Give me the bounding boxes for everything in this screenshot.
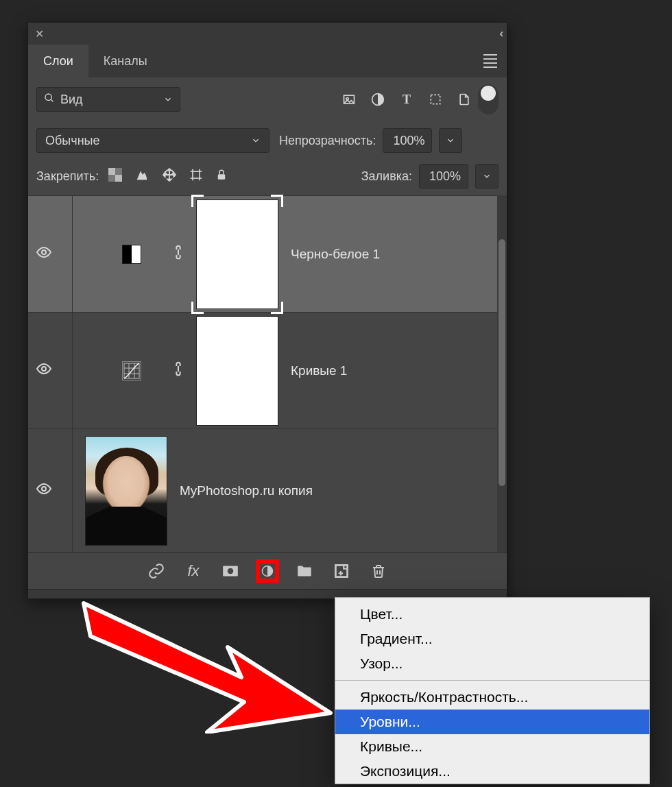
- menu-separator: [335, 680, 649, 681]
- opacity-value[interactable]: 100%: [383, 128, 432, 153]
- new-layer-icon[interactable]: [333, 562, 350, 580]
- scrollbar[interactable]: [497, 195, 507, 552]
- filter-label: Вид: [60, 93, 83, 107]
- layer-mask[interactable]: [196, 316, 278, 426]
- lock-label: Закрепить:: [36, 169, 99, 184]
- tab-channels[interactable]: Каналы: [88, 45, 163, 77]
- lock-transparency-icon[interactable]: [108, 168, 122, 185]
- chevron-down-icon: [163, 95, 173, 104]
- mask-link-icon[interactable]: [173, 244, 184, 264]
- svg-point-19: [42, 250, 46, 254]
- adjustment-context-menu: Цвет... Градиент... Узор... Яркость/Конт…: [335, 597, 650, 784]
- visibility-icon[interactable]: [36, 361, 52, 380]
- layers-toolbar: fx: [28, 552, 507, 589]
- menu-item[interactable]: Цвет...: [335, 602, 649, 627]
- svg-rect-7: [108, 168, 115, 175]
- menu-item[interactable]: Яркость/Контрастность...: [335, 685, 649, 710]
- menu-item[interactable]: Градиент...: [335, 627, 649, 651]
- layer-mask[interactable]: [196, 199, 278, 309]
- menu-item[interactable]: Узор...: [335, 651, 649, 676]
- chevron-down-icon: [251, 136, 261, 145]
- svg-rect-9: [193, 171, 200, 178]
- filter-row: Вид T: [28, 77, 507, 121]
- search-icon: [44, 93, 55, 106]
- link-layers-icon[interactable]: [147, 562, 165, 580]
- menu-item-highlighted[interactable]: Уровни...: [335, 710, 649, 734]
- filter-pixel-icon[interactable]: [342, 93, 356, 106]
- visibility-icon[interactable]: [36, 244, 52, 264]
- delete-layer-icon[interactable]: [370, 562, 387, 580]
- svg-marker-34: [84, 603, 331, 732]
- adjustment-thumb-icon: [122, 361, 141, 380]
- filter-type-icon[interactable]: T: [400, 93, 413, 106]
- blend-row: Обычные Непрозрачность: 100%: [28, 121, 507, 160]
- filter-shape-icon[interactable]: [429, 93, 442, 106]
- svg-rect-18: [218, 174, 226, 180]
- layers-list: Черно-белое 1 Кривые 1: [28, 195, 507, 552]
- svg-point-20: [42, 367, 46, 371]
- layer-kind-filter[interactable]: Вид: [36, 87, 180, 112]
- menu-item[interactable]: Экспозиция...: [335, 759, 649, 784]
- opacity-chevron[interactable]: [439, 128, 462, 153]
- blend-mode-select[interactable]: Обычные: [36, 128, 269, 153]
- scrollbar-thumb[interactable]: [499, 239, 505, 486]
- fill-chevron[interactable]: [475, 164, 499, 189]
- panel-menu-icon[interactable]: [483, 54, 497, 68]
- add-mask-icon[interactable]: [221, 562, 239, 580]
- menu-item[interactable]: Кривые...: [335, 734, 649, 759]
- opacity-label: Непрозрачность:: [279, 134, 376, 148]
- svg-point-28: [228, 568, 234, 574]
- layer-thumbnail[interactable]: [85, 436, 167, 546]
- blend-mode-label: Обычные: [45, 134, 100, 148]
- filter-toggle[interactable]: [478, 84, 499, 114]
- annotation-arrow: [77, 596, 337, 734]
- svg-rect-8: [115, 175, 122, 182]
- filter-adjustment-icon[interactable]: [371, 93, 385, 106]
- filter-smartobject-icon[interactable]: [457, 93, 471, 106]
- visibility-icon[interactable]: [36, 481, 52, 500]
- new-adjustment-layer-icon[interactable]: [259, 562, 276, 580]
- layer-row[interactable]: MyPhotoshop.ru копия: [28, 428, 507, 552]
- fill-value[interactable]: 100%: [419, 164, 468, 189]
- lock-image-icon[interactable]: [134, 167, 149, 186]
- layer-name[interactable]: Черно-белое 1: [291, 247, 380, 262]
- lock-all-icon[interactable]: [215, 169, 228, 184]
- svg-rect-5: [431, 95, 440, 104]
- svg-line-1: [51, 99, 53, 101]
- layer-name[interactable]: MyPhotoshop.ru копия: [180, 483, 313, 498]
- panel-tabs: Слои Каналы: [28, 45, 507, 77]
- layer-row[interactable]: Кривые 1: [28, 312, 507, 428]
- lock-position-icon[interactable]: [162, 167, 177, 186]
- mask-link-icon[interactable]: [173, 361, 184, 380]
- adjustment-thumb-icon: [122, 245, 141, 264]
- layer-name[interactable]: Кривые 1: [291, 363, 347, 378]
- tab-layers[interactable]: Слои: [28, 45, 88, 77]
- svg-point-0: [45, 94, 51, 100]
- fill-label: Заливка:: [361, 169, 412, 184]
- close-icon[interactable]: ✕: [35, 27, 44, 40]
- layer-row[interactable]: Черно-белое 1: [28, 195, 507, 312]
- panel-header: ✕ ‹‹: [28, 23, 507, 45]
- filter-type-icons: T: [342, 93, 471, 106]
- svg-point-26: [42, 487, 46, 491]
- layers-panel: ✕ ‹‹ Слои Каналы Вид T: [27, 22, 507, 599]
- lock-artboard-icon[interactable]: [189, 168, 203, 185]
- new-group-icon[interactable]: [296, 562, 313, 580]
- lock-row: Закрепить: Заливка: 100%: [28, 160, 507, 195]
- layer-fx-icon[interactable]: fx: [184, 562, 202, 580]
